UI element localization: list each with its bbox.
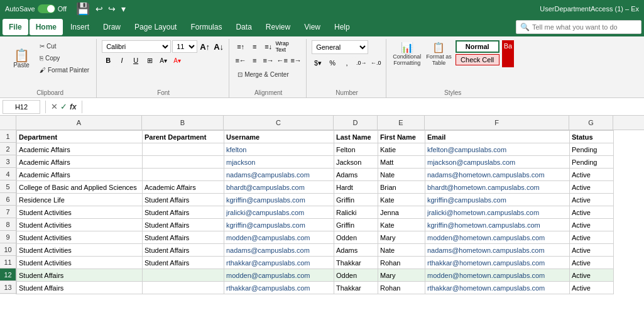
cell-r12-c6[interactable]: modden@hometown.campuslabs.com xyxy=(425,269,570,282)
cell-r2-c6[interactable]: kfelton@campuslabs.com xyxy=(425,143,570,156)
cell-r13-c1[interactable]: Student Affairs xyxy=(17,282,143,294)
menu-help[interactable]: Help xyxy=(328,19,356,35)
copy-button[interactable]: ⎘ Copy xyxy=(36,52,92,64)
align-left-button[interactable]: ≡← xyxy=(234,54,247,67)
cell-r13-c7[interactable]: Active xyxy=(570,282,614,294)
number-format-select[interactable]: General xyxy=(312,40,368,54)
cell-r7-c4[interactable]: Ralicki xyxy=(334,206,378,219)
cell-r2-c4[interactable]: Felton xyxy=(334,143,378,156)
cell-r6-c3[interactable]: kgriffin@campuslabs.com xyxy=(224,194,334,206)
fill-color-button[interactable]: A▾ xyxy=(157,54,170,67)
align-middle-button[interactable]: ≡ xyxy=(248,40,261,53)
cell-r1-c6[interactable]: Email xyxy=(425,131,570,143)
cell-r11-c4[interactable]: Thakkar xyxy=(334,257,378,269)
row-header-4[interactable]: 4 xyxy=(0,168,16,180)
col-header-e[interactable]: E xyxy=(378,116,425,130)
cell-r13-c6[interactable]: rthakkar@hometown.campuslabs.com xyxy=(425,282,570,294)
menu-data[interactable]: Data xyxy=(229,19,258,35)
row-header-6[interactable]: 6 xyxy=(0,193,16,206)
cell-r12-c3[interactable]: modden@campuslabs.com xyxy=(224,269,334,282)
cell-r2-c7[interactable]: Pending xyxy=(570,143,614,156)
cell-r9-c5[interactable]: Mary xyxy=(378,231,425,244)
cell-r8-c2[interactable]: Student Affairs xyxy=(143,219,224,231)
cell-r9-c2[interactable]: Student Affairs xyxy=(143,231,224,244)
cell-r10-c5[interactable]: Nate xyxy=(378,244,425,257)
cell-r12-c2[interactable] xyxy=(143,269,224,282)
cell-r9-c3[interactable]: modden@campuslabs.com xyxy=(224,231,334,244)
row-header-3[interactable]: 3 xyxy=(0,155,16,168)
cell-r6-c5[interactable]: Kate xyxy=(378,194,425,206)
cell-r12-c5[interactable]: Mary xyxy=(378,269,425,282)
cell-r1-c3[interactable]: Username xyxy=(224,131,334,143)
underline-button[interactable]: U xyxy=(129,54,142,67)
cell-r8-c5[interactable]: Kate xyxy=(378,219,425,231)
cell-r5-c4[interactable]: Hardt xyxy=(334,181,378,194)
cell-r7-c3[interactable]: jralicki@campuslabs.com xyxy=(224,206,334,219)
border-button[interactable]: ⊞ xyxy=(143,54,156,67)
cell-r3-c1[interactable]: Academic Affairs xyxy=(17,156,143,169)
row-header-2[interactable]: 2 xyxy=(0,143,16,155)
col-header-g[interactable]: G xyxy=(569,116,613,130)
menu-draw[interactable]: Draw xyxy=(97,19,127,35)
cell-r10-c1[interactable]: Student Activities xyxy=(17,244,143,257)
increase-decimal-button[interactable]: ←.0 xyxy=(369,57,382,69)
wrap-text-button[interactable]: Wrap Text xyxy=(276,40,288,53)
cell-r3-c3[interactable]: mjackson xyxy=(224,156,334,169)
cell-r4-c1[interactable]: Academic Affairs xyxy=(17,169,143,181)
conditional-formatting-button[interactable]: 📊 ConditionalFormatting xyxy=(391,40,422,67)
cell-r2-c1[interactable]: Academic Affairs xyxy=(17,143,143,156)
cell-r8-c1[interactable]: Student Activities xyxy=(17,219,143,231)
insert-function-button[interactable]: fx xyxy=(70,103,77,111)
cell-r1-c5[interactable]: First Name xyxy=(378,131,425,143)
cell-r3-c2[interactable] xyxy=(143,156,224,169)
cell-r2-c5[interactable]: Katie xyxy=(378,143,425,156)
cell-r5-c7[interactable]: Active xyxy=(570,181,614,194)
cell-r4-c7[interactable]: Active xyxy=(570,169,614,181)
cell-r11-c6[interactable]: rthakkar@hometown.campuslabs.com xyxy=(425,257,570,269)
font-color-button[interactable]: A▾ xyxy=(171,54,183,67)
row-header-11[interactable]: 11 xyxy=(0,256,16,269)
row-header-13[interactable]: 13 xyxy=(0,281,16,294)
font-size-select[interactable]: 11 xyxy=(172,40,197,53)
redo-button[interactable]: ↪ xyxy=(106,3,117,15)
check-cell-style-button[interactable]: Check Cell xyxy=(456,54,499,65)
formula-input[interactable] xyxy=(87,100,641,114)
col-header-b[interactable]: B xyxy=(142,116,224,130)
cell-r6-c1[interactable]: Residence Life xyxy=(17,194,143,206)
cell-r9-c1[interactable]: Student Activities xyxy=(17,231,143,244)
cell-r1-c2[interactable]: Parent Department xyxy=(143,131,224,143)
bad-style-button[interactable]: Ba xyxy=(502,40,514,67)
cell-r6-c6[interactable]: kgriffin@campuslabs.com xyxy=(425,194,570,206)
align-center-button[interactable]: ≡ xyxy=(248,54,261,67)
cell-r10-c3[interactable]: nadams@campuslabs.com xyxy=(224,244,334,257)
menu-home[interactable]: Home xyxy=(30,19,63,35)
indent-decrease-button[interactable]: ←≡ xyxy=(276,54,288,67)
row-header-7[interactable]: 7 xyxy=(0,206,16,218)
col-header-f[interactable]: F xyxy=(425,116,569,130)
menu-formulas[interactable]: Formulas xyxy=(184,19,228,35)
cell-r6-c2[interactable]: Student Affairs xyxy=(143,194,224,206)
cell-r10-c6[interactable]: nadams@hometown.campuslabs.com xyxy=(425,244,570,257)
row-header-12[interactable]: 12 xyxy=(0,269,16,281)
cell-r5-c5[interactable]: Brian xyxy=(378,181,425,194)
cell-r6-c4[interactable]: Griffin xyxy=(334,194,378,206)
menu-insert[interactable]: Insert xyxy=(64,19,96,35)
font-family-select[interactable]: Calibri xyxy=(102,40,171,53)
row-header-5[interactable]: 5 xyxy=(0,180,16,193)
row-header-8[interactable]: 8 xyxy=(0,218,16,231)
cell-r8-c3[interactable]: kgriffin@campuslabs.com xyxy=(224,219,334,231)
currency-button[interactable]: $▾ xyxy=(312,57,324,69)
search-box[interactable]: 🔍 xyxy=(516,20,641,34)
search-input[interactable] xyxy=(532,23,626,31)
cell-r7-c7[interactable]: Active xyxy=(570,206,614,219)
cell-r9-c6[interactable]: modden@hometown.campuslabs.com xyxy=(425,231,570,244)
align-top-button[interactable]: ≡↑ xyxy=(234,40,247,53)
menu-file[interactable]: File xyxy=(3,19,28,35)
cell-r11-c1[interactable]: Student Activities xyxy=(17,257,143,269)
cell-r3-c7[interactable]: Pending xyxy=(570,156,614,169)
italic-button[interactable]: I xyxy=(116,54,128,67)
cell-r11-c7[interactable]: Active xyxy=(570,257,614,269)
col-header-a[interactable]: A xyxy=(16,116,142,130)
cell-r12-c1[interactable]: Student Affairs xyxy=(17,269,143,282)
row-header-1[interactable]: 1 xyxy=(0,130,16,143)
